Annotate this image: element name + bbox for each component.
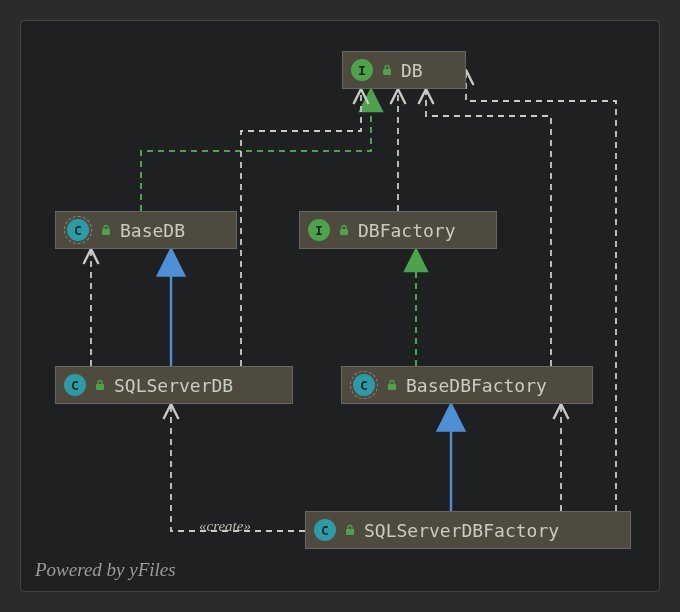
- diagram-footer: Powered by yFiles: [35, 559, 176, 581]
- class-badge-icon: C: [314, 519, 336, 541]
- class-badge-icon: C: [64, 374, 86, 396]
- lock-icon: [381, 64, 393, 76]
- lock-icon: [100, 224, 112, 236]
- interface-badge-icon: I: [351, 59, 373, 81]
- svg-rect-1: [102, 229, 110, 235]
- edge-sqlsrvfactory-sqlserverdb-dependency: [171, 404, 305, 531]
- class-badge-icon: C: [353, 374, 375, 396]
- abstract-ring-icon: C: [64, 216, 92, 244]
- node-label: DB: [401, 60, 423, 81]
- lock-icon: [338, 224, 350, 236]
- svg-rect-5: [346, 529, 354, 535]
- lock-icon: [344, 524, 356, 536]
- node-label: BaseDB: [120, 220, 185, 241]
- svg-rect-3: [96, 384, 104, 390]
- node-basedbfactory[interactable]: CBaseDBFactory: [341, 366, 593, 404]
- diagram-canvas: IDBCBaseDBIDBFactoryCSQLServerDBCBaseDBF…: [20, 20, 660, 592]
- node-dbfactory[interactable]: IDBFactory: [299, 211, 497, 249]
- lock-icon: [94, 379, 106, 391]
- lock-icon: [386, 379, 398, 391]
- node-sqlserverdb[interactable]: CSQLServerDB: [55, 366, 293, 404]
- edge-sqlsrvfactory-db-dependency: [466, 70, 616, 511]
- node-label: DBFactory: [358, 220, 456, 241]
- node-label: SQLServerDB: [114, 375, 233, 396]
- edge-basedb-db-implements: [141, 89, 371, 211]
- edge-label-create: «create»: [199, 518, 251, 535]
- interface-badge-icon: I: [308, 219, 330, 241]
- node-basedb[interactable]: CBaseDB: [55, 211, 237, 249]
- node-label: BaseDBFactory: [406, 375, 547, 396]
- node-label: SQLServerDBFactory: [364, 520, 559, 541]
- class-badge-icon: C: [67, 219, 89, 241]
- svg-rect-4: [388, 384, 396, 390]
- edges-layer: [21, 21, 661, 593]
- node-db[interactable]: IDB: [342, 51, 466, 89]
- svg-rect-2: [340, 229, 348, 235]
- svg-rect-0: [383, 69, 391, 75]
- node-sqlsrvfactory[interactable]: CSQLServerDBFactory: [305, 511, 631, 549]
- abstract-ring-icon: C: [350, 371, 378, 399]
